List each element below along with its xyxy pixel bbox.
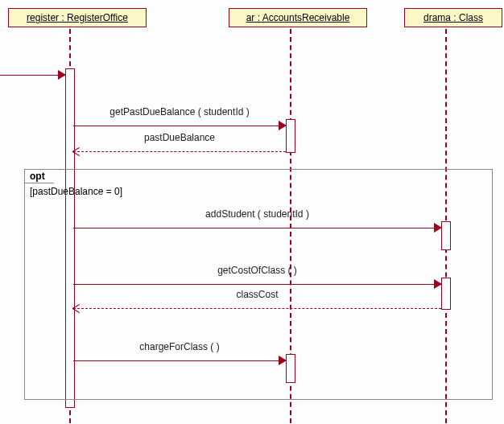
fragment-operator: opt — [25, 170, 60, 183]
msg-classcost: classCost — [73, 302, 441, 315]
activation-drama-2 — [441, 278, 451, 310]
msg-classcost-label: classCost — [236, 289, 278, 300]
fragment-guard: [pastDueBalance = 0] — [30, 186, 122, 197]
msg-chargeforclass: chargeForClass ( ) — [73, 354, 286, 367]
msg-pastduebalance: pastDueBalance — [73, 145, 286, 158]
arrow-icon — [72, 146, 81, 154]
activation-drama-1 — [441, 221, 451, 250]
msg-addstudent-label: addStudent ( studentId ) — [205, 208, 309, 220]
msg-getpastdue-label: getPastDueBalance ( studentId ) — [109, 106, 249, 117]
found-message — [0, 68, 65, 81]
lifeline-drama-head: drama : Class — [404, 8, 502, 27]
lifeline-drama-label: drama : Class — [423, 12, 483, 23]
msg-addstudent: addStudent ( studentId ) — [73, 221, 441, 234]
activation-ar-2 — [286, 354, 295, 383]
msg-chargeforclass-label: chargeForClass ( ) — [139, 341, 219, 352]
msg-getcost-label: getCostOfClass ( ) — [217, 265, 297, 276]
arrow-icon — [72, 303, 81, 311]
activation-ar-1 — [286, 119, 295, 153]
msg-pastduebalance-label: pastDueBalance — [144, 132, 215, 143]
lifeline-ar-head: ar : AccountsReceivable — [229, 8, 367, 27]
lifeline-register-label: register : RegisterOffice — [27, 12, 128, 23]
msg-getpastdue: getPastDueBalance ( studentId ) — [73, 119, 286, 132]
lifeline-ar-label: ar : AccountsReceivable — [246, 12, 350, 23]
lifeline-register-head: register : RegisterOffice — [8, 8, 147, 27]
